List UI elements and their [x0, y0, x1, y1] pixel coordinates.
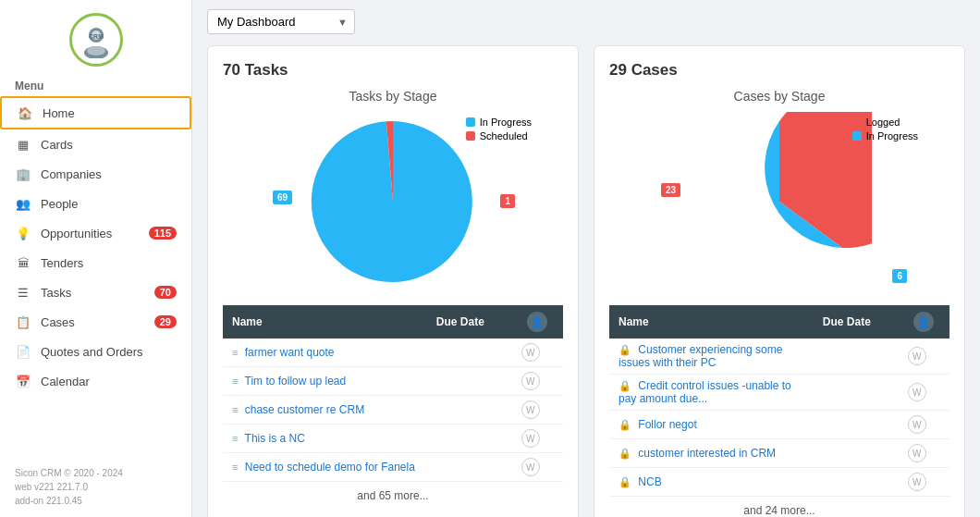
sidebar-item-quotes[interactable]: 📄 Quotes and Orders — [0, 337, 191, 366]
task-action-cell: W — [512, 425, 563, 453]
tasks-col-name: Name — [223, 305, 427, 339]
task-date-cell — [427, 453, 512, 482]
task-action-cell: W — [512, 367, 563, 396]
cases-col-date: Due Date — [814, 305, 899, 339]
list-icon: ≡ — [232, 375, 238, 387]
task-action-cell: W — [512, 339, 563, 367]
sidebar-item-label: Quotes and Orders — [41, 345, 143, 359]
task-name-link[interactable]: chase customer re CRM — [245, 403, 364, 416]
case-name-link[interactable]: customer interested in CRM — [638, 447, 776, 460]
cases-col-avatar: 👤 — [899, 305, 949, 339]
tasks-icon: ☰ — [15, 284, 31, 301]
top-bar: My Dashboard Team Dashboard ▼ — [207, 9, 965, 34]
list-icon: ≡ — [232, 347, 238, 358]
tasks-col-avatar: 👤 — [512, 305, 563, 339]
task-row-icon[interactable]: W — [521, 429, 540, 448]
case-name-cell: 🔒 Follor negot — [609, 411, 814, 439]
case-row-icon[interactable]: W — [908, 444, 926, 462]
task-row-icon[interactable]: W — [521, 343, 540, 362]
lock-icon: 🔒 — [619, 448, 631, 459]
cases-chart-area: Cases by Stage 23 6 — [609, 89, 949, 294]
legend-dot-scheduled — [466, 131, 475, 141]
case-action-cell: W — [899, 339, 949, 375]
logo-area: CRM — [0, 0, 191, 76]
footer-version: web v221 221.7.0 — [15, 480, 177, 494]
cases-label-logged: 23 — [661, 183, 680, 197]
quotes-icon: 📄 — [15, 343, 31, 360]
sidebar-item-tenders[interactable]: 🏛 Tenders — [0, 248, 191, 277]
case-date-cell — [814, 375, 899, 411]
task-action-cell: W — [512, 396, 563, 425]
lock-icon: 🔒 — [619, 476, 631, 487]
dashboard-select-wrapper[interactable]: My Dashboard Team Dashboard ▼ — [207, 9, 355, 34]
cards-icon: ▦ — [15, 136, 31, 153]
case-name-link[interactable]: NCB — [638, 475, 661, 488]
opportunities-icon: 💡 — [15, 225, 31, 241]
sidebar-item-home[interactable]: 🏠 Home — [0, 96, 191, 129]
calendar-icon: 📅 — [15, 373, 31, 389]
cases-chart-title: Cases by Stage — [734, 89, 826, 104]
case-row-icon[interactable]: W — [908, 383, 926, 401]
task-row-icon[interactable]: W — [521, 458, 540, 476]
lock-icon: 🔒 — [619, 419, 631, 430]
dashboard-panels: 70 Tasks Tasks by Stage 69 1 — [207, 45, 965, 517]
menu-label: Menu — [0, 76, 191, 96]
sidebar-item-cards[interactable]: ▦ Cards — [0, 129, 191, 159]
task-row-icon[interactable]: W — [521, 400, 540, 419]
table-row: 🔒 Follor negot W — [609, 411, 949, 439]
case-name-link[interactable]: Follor negot — [638, 418, 696, 431]
task-name-cell: ≡ chase customer re CRM — [223, 396, 427, 425]
cases-icon: 📋 — [15, 314, 31, 330]
table-row: ≡ Tim to follow up lead W — [223, 367, 563, 396]
task-name-link[interactable]: Need to schedule demo for Fanela — [245, 461, 415, 474]
legend-dot-inprogress — [466, 117, 475, 127]
dashboard-select[interactable]: My Dashboard Team Dashboard — [207, 9, 355, 34]
list-icon: ≡ — [232, 404, 238, 415]
case-name-link[interactable]: Credit control issues -unable to pay amo… — [619, 379, 791, 405]
table-row: ≡ Need to schedule demo for Fanela W — [223, 453, 563, 482]
tasks-label-scheduled: 1 — [500, 194, 515, 208]
task-row-icon[interactable]: W — [521, 372, 540, 390]
case-row-icon[interactable]: W — [908, 415, 926, 434]
task-name-cell: ≡ This is a NC — [223, 425, 427, 453]
cases-more-link[interactable]: and 24 more... — [609, 497, 949, 517]
tasks-more-link[interactable]: and 65 more... — [223, 482, 563, 502]
sidebar-item-label: Calendar — [41, 375, 90, 388]
table-row: 🔒 customer interested in CRM W — [609, 439, 949, 468]
sidebar-item-label: Cases — [41, 315, 75, 329]
case-action-cell: W — [899, 468, 949, 497]
case-row-icon[interactable]: W — [908, 347, 926, 365]
cases-legend: Logged In Progress — [852, 117, 918, 144]
sidebar-item-people[interactable]: 👥 People — [0, 189, 191, 218]
case-row-icon[interactable]: W — [908, 473, 926, 491]
case-action-cell: W — [899, 375, 949, 411]
sidebar-item-companies[interactable]: 🏢 Companies — [0, 159, 191, 189]
sidebar-item-label: Companies — [41, 167, 102, 181]
sidebar-item-calendar[interactable]: 📅 Calendar — [0, 366, 191, 396]
tasks-badge: 70 — [154, 286, 177, 299]
lock-icon: 🔒 — [619, 344, 631, 355]
sidebar-item-opportunities[interactable]: 💡 Opportunities 115 — [0, 218, 191, 248]
task-name-link[interactable]: This is a NC — [245, 432, 305, 445]
list-icon: ≡ — [232, 433, 238, 444]
case-name-link[interactable]: Customer experiencing some issues with t… — [619, 343, 782, 369]
sidebar: CRM Menu 🏠 Home ▦ Cards 🏢 Companies 👥 Pe… — [0, 0, 192, 517]
companies-icon: 🏢 — [15, 166, 31, 182]
sidebar-item-tasks[interactable]: ☰ Tasks 70 — [0, 277, 191, 307]
task-name-link[interactable]: farmer want quote — [245, 346, 335, 359]
table-row: 🔒 Credit control issues -unable to pay a… — [609, 375, 949, 411]
svg-point-4 — [87, 46, 105, 55]
task-date-cell — [427, 339, 512, 367]
main-content: My Dashboard Team Dashboard ▼ 70 Tasks T… — [192, 0, 980, 517]
cases-avatar-header-icon: 👤 — [913, 312, 934, 332]
lock-icon: 🔒 — [619, 380, 631, 391]
crm-logo: CRM — [69, 13, 123, 67]
sidebar-item-cases[interactable]: 📋 Cases 29 — [0, 307, 191, 337]
footer-copyright: Sicon CRM © 2020 - 2024 — [15, 466, 177, 480]
legend-label-logged: Logged — [866, 117, 900, 128]
task-date-cell — [427, 396, 512, 425]
case-date-cell — [814, 339, 899, 375]
sidebar-item-label: Cards — [41, 138, 73, 152]
table-row: 🔒 Customer experiencing some issues with… — [609, 339, 949, 375]
task-name-link[interactable]: Tim to follow up lead — [245, 375, 347, 388]
